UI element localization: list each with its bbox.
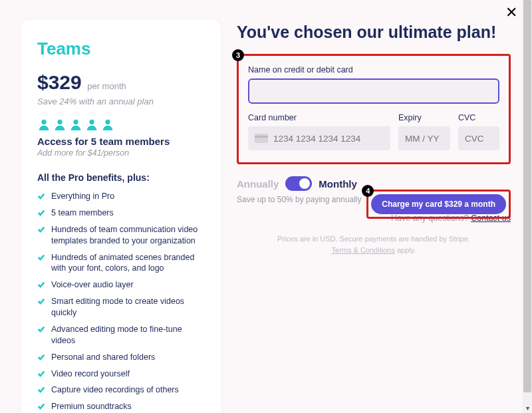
page-title: You've chosen our ultimate plan! xyxy=(237,23,511,42)
plan-period: per month xyxy=(87,81,126,91)
plan-card: Teams $329 per month Save 24% with an an… xyxy=(21,20,221,413)
check-icon xyxy=(37,402,45,410)
check-icon xyxy=(37,209,45,217)
billing-annually-label[interactable]: Annually xyxy=(237,178,279,190)
list-item: Advanced editing mode to fine-tune video… xyxy=(37,324,205,346)
person-icon xyxy=(37,118,51,130)
svg-point-4 xyxy=(105,120,110,124)
plan-price: $329 xyxy=(37,71,82,93)
list-item: Everything in Pro xyxy=(37,191,205,202)
expiry-field[interactable] xyxy=(398,126,450,150)
cvc-field[interactable] xyxy=(458,126,499,150)
cvc-label: CVC xyxy=(458,113,499,122)
cardholder-name-input[interactable] xyxy=(248,78,499,104)
check-icon xyxy=(37,386,45,394)
benefits-heading: All the Pro benefits, plus: xyxy=(37,172,205,183)
plan-name: Teams xyxy=(37,39,205,59)
billing-monthly-label[interactable]: Monthly xyxy=(319,178,357,190)
close-icon[interactable]: ✕ xyxy=(505,4,517,21)
list-item: Hundreds of animated scenes branded with… xyxy=(37,252,205,275)
scrollbar-thumb[interactable] xyxy=(523,0,531,392)
check-icon xyxy=(37,353,45,361)
check-icon xyxy=(37,297,45,305)
cvc-input[interactable] xyxy=(465,134,493,144)
benefit-text: Advanced editing mode to fine-tune video… xyxy=(51,324,205,346)
benefit-text: Everything in Pro xyxy=(51,191,114,202)
benefit-text: Hundreds of team communication video tem… xyxy=(51,224,205,247)
list-item: Video record yourself xyxy=(37,368,205,380)
payment-form-highlight: 3 Name on credit or debit card Card numb… xyxy=(237,54,511,164)
check-icon xyxy=(37,225,45,233)
check-icon xyxy=(37,192,45,200)
chevron-down-icon[interactable]: ▾ xyxy=(523,404,532,412)
footer-apply: apply. xyxy=(395,246,416,254)
list-item: Smart editing mode to create videos quic… xyxy=(37,296,205,319)
check-icon xyxy=(37,370,45,378)
benefit-text: 5 team members xyxy=(51,207,114,219)
card-number-input[interactable] xyxy=(273,134,384,144)
callout-badge-4: 4 xyxy=(362,185,374,197)
person-icon xyxy=(53,118,66,130)
callout-badge-3: 3 xyxy=(232,49,244,61)
expiry-input[interactable] xyxy=(405,134,444,144)
credit-card-icon xyxy=(255,134,268,143)
footer-stripe-note: Prices are in USD. Secure payments are h… xyxy=(237,233,511,245)
svg-point-3 xyxy=(89,120,94,124)
benefit-text: Personal and shared folders xyxy=(51,352,155,363)
benefit-text: Capture video recordings of others xyxy=(51,384,179,396)
access-subtitle: Add more for $41/person xyxy=(37,148,205,158)
benefit-text: Hundreds of animated scenes branded with… xyxy=(51,252,205,275)
benefit-text: Voice-over audio layer xyxy=(51,279,134,291)
terms-link[interactable]: Terms & Conditions xyxy=(332,246,395,254)
check-icon xyxy=(37,253,45,261)
check-icon xyxy=(37,325,45,333)
charge-card-button[interactable]: Charge my card $329 a month xyxy=(371,194,506,214)
svg-point-2 xyxy=(73,120,78,124)
card-number-label: Card number xyxy=(248,113,390,122)
person-icon xyxy=(69,118,82,130)
list-item: Personal and shared folders xyxy=(37,352,205,363)
annual-savings: Save 24% with an annual plan xyxy=(37,96,205,106)
expiry-label: Expiry xyxy=(398,113,450,122)
billing-toggle[interactable] xyxy=(285,176,312,191)
card-number-field[interactable] xyxy=(248,126,390,150)
list-item: Hundreds of team communication video tem… xyxy=(37,224,205,247)
benefit-text: Smart editing mode to create videos quic… xyxy=(51,296,205,319)
check-icon xyxy=(37,281,45,289)
name-label: Name on credit or debit card xyxy=(248,65,499,74)
list-item: 5 team members xyxy=(37,207,205,219)
benefits-list: Everything in Pro 5 team members Hundred… xyxy=(37,191,205,413)
person-icon xyxy=(85,118,98,130)
team-members-icons xyxy=(37,118,205,130)
person-icon xyxy=(101,118,114,130)
charge-button-highlight: 4 Charge my card $329 a month xyxy=(366,190,511,219)
list-item: Voice-over audio layer xyxy=(37,279,205,291)
svg-point-0 xyxy=(41,120,46,124)
benefit-text: Video record yourself xyxy=(51,368,130,380)
list-item: Capture video recordings of others xyxy=(37,384,205,396)
vertical-scrollbar[interactable]: ▾ xyxy=(523,0,532,413)
benefit-text: Premium soundtracks xyxy=(51,401,132,412)
access-title: Access for 5 team members xyxy=(37,136,205,147)
svg-point-1 xyxy=(57,120,62,124)
list-item: Premium soundtracks xyxy=(37,401,205,412)
